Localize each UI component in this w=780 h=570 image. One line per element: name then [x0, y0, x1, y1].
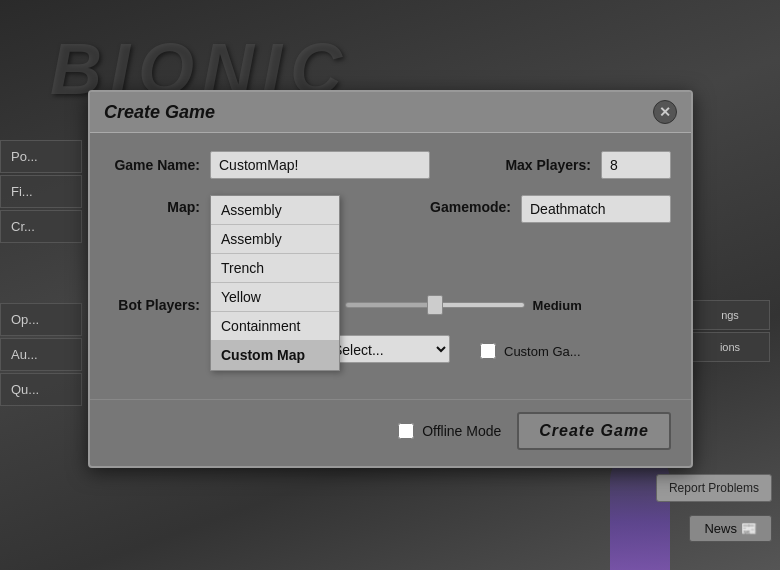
sidebar: Po... Fi... Cr... Op... Au... Qu... [0, 140, 90, 408]
bottom-right-btn-2[interactable]: ions [690, 332, 770, 362]
map-option-containment[interactable]: Containment [211, 312, 339, 341]
news-button[interactable]: News 📰 [689, 515, 772, 542]
dialog-body: Game Name: Max Players: Map: Assembly As… [90, 133, 691, 399]
map-option-yellow[interactable]: Yellow [211, 283, 339, 312]
sidebar-btn-1[interactable]: Po... [0, 140, 82, 173]
game-name-input[interactable] [210, 151, 430, 179]
dialog-header: Create Game ✕ [90, 92, 691, 133]
sidebar-btn-5[interactable]: Au... [0, 338, 82, 371]
sidebar-btn-4[interactable]: Op... [0, 303, 82, 336]
create-game-button[interactable]: Create Game [517, 412, 671, 450]
news-icon: 📰 [741, 521, 757, 536]
map-label: Map: [110, 199, 200, 215]
offline-mode-label: Offline Mode [422, 423, 501, 439]
game-name-row: Game Name: Max Players: [110, 151, 671, 179]
character-silhouette [610, 450, 670, 570]
map-option-trench[interactable]: Trench [211, 254, 339, 283]
game-name-label: Game Name: [110, 157, 200, 173]
map-dropdown-menu: Assembly Assembly Trench Yellow Containm… [210, 195, 340, 371]
map-option-assembly2[interactable]: Assembly [211, 225, 339, 254]
news-label: News [704, 521, 737, 536]
gamemode-label: Gamemode: [421, 199, 511, 215]
dialog-title: Create Game [104, 102, 215, 123]
map-option-assembly1[interactable]: Assembly [211, 196, 339, 225]
report-problems-button[interactable]: Report Problems [656, 474, 772, 502]
map-row: Map: Assembly Assembly Trench Yellow Con… [110, 195, 671, 355]
gamemode-input[interactable] [521, 195, 671, 223]
close-button[interactable]: ✕ [653, 100, 677, 124]
sidebar-btn-3[interactable]: Cr... [0, 210, 82, 243]
bottom-right-btn-1[interactable]: ngs [690, 300, 770, 330]
map-option-custom[interactable]: Custom Map [211, 341, 339, 370]
bottom-right-panel: ngs ions [690, 300, 780, 364]
dialog-footer: Offline Mode Create Game [90, 399, 691, 466]
max-players-label: Max Players: [501, 157, 591, 173]
max-players-input[interactable] [601, 151, 671, 179]
offline-mode-checkbox[interactable] [398, 423, 414, 439]
sidebar-btn-2[interactable]: Fi... [0, 175, 82, 208]
create-game-dialog: Create Game ✕ Game Name: Max Players: Ma… [88, 90, 693, 468]
sidebar-btn-6[interactable]: Qu... [0, 373, 82, 406]
offline-mode-row: Offline Mode [398, 423, 501, 439]
